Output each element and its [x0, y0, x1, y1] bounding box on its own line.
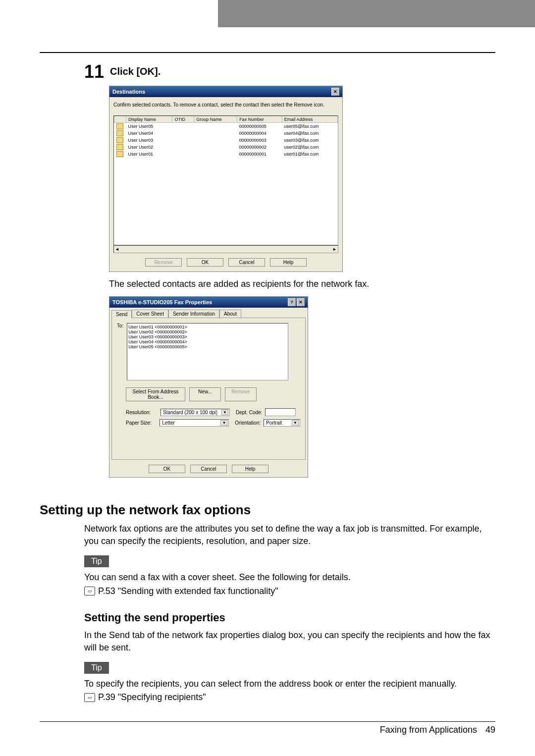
recipient-buttons: Select From Address Book... New... Remov… — [126, 387, 300, 401]
book-icon: ▭ — [84, 587, 95, 595]
subsection-body: In the Send tab of the network fax prope… — [84, 629, 495, 654]
col-group-name[interactable]: Group Name — [194, 116, 237, 123]
result-caption: The selected contacts are added as recip… — [109, 279, 495, 289]
help-icon[interactable]: ? — [288, 298, 296, 306]
table-row[interactable]: User User0100000000001user01@ifax.com — [114, 151, 338, 158]
cancel-button[interactable]: Cancel — [190, 465, 227, 473]
titlebar: TOSHIBA e-STUDIO205 Fax Properties ? ✕ — [109, 297, 308, 308]
tab-sender-info[interactable]: Sender Information — [168, 310, 219, 318]
dept-code-input[interactable] — [265, 408, 296, 416]
reference-link: ▭ P.53 "Sending with extended fax functi… — [84, 586, 495, 596]
contacts-table[interactable]: Display Name OTID Group Name Fax Number … — [113, 115, 338, 245]
tab-bar: Send Cover Sheet Sender Information Abou… — [109, 308, 308, 318]
tip-badge: Tip — [84, 555, 109, 567]
section-heading: Setting up the network fax options — [40, 502, 495, 518]
footer-text: Faxing from Applications — [380, 725, 477, 735]
step-number: 11 — [84, 63, 104, 81]
resolution-label: Resolution: — [126, 410, 158, 415]
ok-button[interactable]: OK — [187, 258, 223, 267]
scrollbar[interactable]: ◄► — [113, 245, 338, 253]
step-title: Click [OK]. — [110, 66, 160, 77]
send-tab-panel: To: User User01 <00000000001> User User0… — [111, 318, 306, 460]
dialog-buttons: Remove OK Cancel Help — [113, 258, 338, 267]
reference-link: ▭ P.39 "Specifying recipients" — [84, 692, 495, 702]
section-body: Network fax options are the attributes y… — [84, 523, 495, 547]
tab-send[interactable]: Send — [111, 310, 132, 318]
header-bar — [218, 0, 535, 27]
reference-text: P.53 "Sending with extended fax function… — [98, 586, 278, 596]
cancel-button[interactable]: Cancel — [228, 258, 265, 267]
close-icon[interactable]: ✕ — [297, 298, 305, 306]
page-number: 49 — [485, 725, 495, 735]
recipients-list[interactable]: User User01 <00000000001> User User02 <0… — [127, 323, 288, 380]
col-display-name[interactable]: Display Name — [126, 116, 172, 123]
ok-button[interactable]: OK — [149, 465, 185, 473]
paper-size-select[interactable]: Letter — [160, 419, 229, 427]
dialog-title: TOSHIBA e-STUDIO205 Fax Properties — [112, 299, 212, 305]
dialog-instruction: Confirm selected contacts. To remove a c… — [113, 102, 338, 108]
page-footer: Faxing from Applications 49 — [40, 717, 495, 735]
orientation-select[interactable]: Portrait — [264, 419, 300, 427]
reference-text: P.39 "Specifying recipients" — [98, 692, 206, 702]
new-button[interactable]: New... — [189, 387, 221, 401]
scroll-left-icon[interactable]: ◄ — [115, 247, 119, 252]
contact-icon — [116, 144, 123, 150]
fax-properties-dialog: TOSHIBA e-STUDIO205 Fax Properties ? ✕ S… — [109, 296, 308, 478]
orientation-label: Orientation: — [235, 420, 261, 426]
table-row[interactable]: User User0200000000002user02@ifax.com — [114, 144, 338, 151]
scroll-right-icon[interactable]: ► — [332, 247, 337, 252]
close-icon[interactable]: ✕ — [331, 88, 339, 96]
book-icon: ▭ — [84, 693, 95, 702]
table-header: Display Name OTID Group Name Fax Number … — [114, 116, 338, 123]
page-content: 11 Click [OK]. Destinations ✕ Confirm se… — [0, 52, 535, 750]
remove-button[interactable]: Remove — [145, 258, 182, 267]
remove-recipient-button[interactable]: Remove — [225, 387, 257, 401]
table-row[interactable]: User User0500000000005user05@ifax.com — [114, 123, 338, 130]
help-button[interactable]: Help — [232, 465, 268, 473]
bottom-buttons: OK Cancel Help — [109, 465, 308, 477]
resolution-select[interactable]: Standard (200 x 100 dpi) — [160, 409, 230, 416]
contact-icon — [116, 137, 123, 143]
address-book-button[interactable]: Select From Address Book... — [126, 387, 185, 401]
col-otid[interactable]: OTID — [172, 116, 194, 123]
titlebar: Destinations ✕ — [109, 86, 342, 97]
contact-icon — [116, 130, 123, 136]
tab-about[interactable]: About — [219, 310, 241, 318]
tab-cover-sheet[interactable]: Cover Sheet — [132, 310, 168, 318]
subsection-heading: Setting the send properties — [84, 611, 495, 624]
col-email[interactable]: Email Address — [282, 116, 337, 123]
table-row[interactable]: User User0400000000004user04@ifax.com — [114, 130, 338, 137]
tip-badge: Tip — [84, 662, 109, 674]
help-button[interactable]: Help — [270, 258, 307, 267]
divider — [40, 52, 495, 53]
table-row[interactable]: User User0300000000003user03@ifax.com — [114, 137, 338, 144]
to-label: To: — [117, 323, 123, 328]
col-fax-number[interactable]: Fax Number — [237, 116, 282, 123]
resolution-row: Resolution: Standard (200 x 100 dpi) Dep… — [126, 408, 300, 416]
dialog-title: Destinations — [112, 89, 145, 95]
dept-code-label: Dept. Code: — [236, 410, 262, 415]
paper-size-label: Paper Size: — [126, 420, 157, 426]
contact-icon — [116, 123, 123, 129]
tip-body: You can send a fax with a cover sheet. S… — [84, 571, 495, 584]
contact-icon — [116, 151, 123, 157]
tip-body: To specify the recipients, you can selec… — [84, 678, 495, 690]
paper-size-row: Paper Size: Letter Orientation: Portrait — [126, 419, 300, 427]
destinations-dialog: Destinations ✕ Confirm selected contacts… — [109, 86, 343, 272]
step-heading: 11 Click [OK]. — [84, 63, 495, 81]
